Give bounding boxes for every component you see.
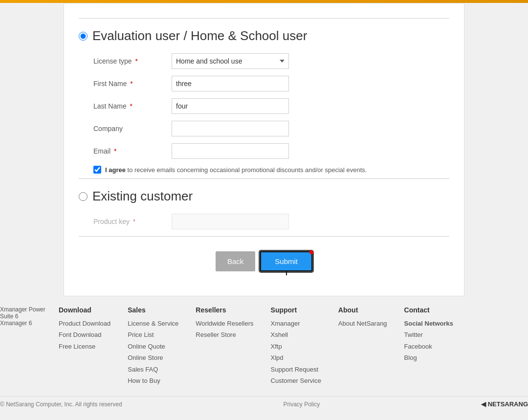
footer-online-quote[interactable]: Online Quote [128,341,178,352]
footer-resellers-heading: Resellers [196,306,253,314]
footer-col-download: Download Product Download Font Download … [59,306,110,386]
footer-blog[interactable]: Blog [404,352,453,363]
back-button[interactable]: Back [216,251,255,271]
footer-reseller-store[interactable]: Reseller Store [196,329,253,340]
company-label: Company [93,125,172,133]
footer-sidebar: Xmanager Power Suite 6 Xmanager 6 [0,306,54,386]
social-networks-label: Social Networks [404,318,453,329]
product-key-input [172,214,289,229]
email-row: Email * [93,143,449,159]
footer-about-netsarang[interactable]: About NetSarang [338,318,387,329]
evaluation-title: Evaluation user / Home & School user [92,28,307,44]
footer-xshell[interactable]: Xshell [271,329,321,340]
first-name-required: * [130,80,132,88]
netsarang-logo: ◀ NETSARANG [481,400,528,408]
footer-customer-service[interactable]: Customer Service [271,375,321,386]
middle-divider [79,178,449,179]
evaluation-section-header: Evaluation user / Home & School user [79,28,449,44]
last-name-label: Last Name * [93,102,172,110]
footer-privacy-link[interactable]: Privacy Policy [283,401,320,408]
first-name-input[interactable] [172,76,289,91]
existing-radio[interactable] [79,192,88,201]
footer-columns: Download Product Download Font Download … [59,306,523,386]
footer-twitter[interactable]: Twitter [404,329,453,340]
button-row: Back Submit [79,251,449,271]
existing-title: Existing customer [92,189,193,204]
footer-xlpd[interactable]: Xlpd [271,352,321,363]
footer-worldwide-resellers[interactable]: Worldwide Resellers [196,318,253,329]
email-input[interactable] [172,143,289,159]
footer-product-download[interactable]: Product Download [59,318,110,329]
footer-product1: Xmanager Power Suite 6 [0,306,54,320]
product-key-required: * [133,218,135,225]
license-type-row: License type * Home and school use Evalu… [93,53,449,69]
footer-inner: Xmanager Power Suite 6 Xmanager 6 Downlo… [0,296,528,391]
email-required: * [114,147,116,155]
footer-xmanager[interactable]: Xmanager [271,318,321,329]
product-key-row: Product key * [93,214,449,229]
footer: Xmanager Power Suite 6 Xmanager 6 Downlo… [0,296,528,412]
footer-col-support: Support Xmanager Xshell Xftp Xlpd Suppor… [271,306,321,386]
bottom-divider [79,236,449,237]
agreement-row: I agree to receive emails concerning occ… [93,166,449,174]
footer-online-store[interactable]: Online Store [128,352,178,363]
submit-button[interactable]: Submit [260,251,312,271]
evaluation-radio[interactable] [79,32,88,41]
last-name-row: Last Name * [93,98,449,114]
top-divider [79,18,449,19]
existing-customer-section: Existing customer Product key * [79,189,449,229]
footer-how-to-buy[interactable]: How to Buy [128,375,178,386]
first-name-row: First Name * [93,76,449,91]
footer-sales-heading: Sales [128,306,178,314]
footer-product2: Xmanager 6 [0,320,54,327]
footer-facebook[interactable]: Facebook [404,341,453,352]
company-input[interactable] [172,121,289,136]
submit-wrapper: Submit [260,251,312,271]
existing-section-header: Existing customer [79,189,449,204]
footer-col-contact: Contact Social Networks Twitter Facebook… [404,306,453,386]
footer-col-resellers: Resellers Worldwide Resellers Reseller S… [196,306,253,386]
last-name-input[interactable] [172,98,289,114]
existing-form: Product key * [93,214,449,229]
license-type-required: * [135,57,138,65]
cursor-indicator [286,270,287,275]
footer-about-heading: About [338,306,387,314]
footer-copyright: © NetSarang Computer, Inc. All rights re… [0,401,122,408]
footer-sales-faq[interactable]: Sales FAQ [128,364,178,375]
last-name-required: * [130,102,132,110]
footer-price-list[interactable]: Price List [128,329,178,340]
email-label: Email * [93,147,172,155]
agreement-text: I agree to receive emails concerning occ… [105,166,367,174]
footer-col-about: About About NetSarang [338,306,387,386]
footer-col-sales: Sales License & Service Price List Onlin… [128,306,178,386]
company-row: Company [93,121,449,136]
footer-license-service[interactable]: License & Service [128,318,178,329]
license-type-select[interactable]: Home and school use Evaluation [172,53,289,69]
footer-support-request[interactable]: Support Request [271,364,321,375]
footer-contact-heading: Contact [404,306,453,314]
license-type-label: License type * [93,57,172,65]
footer-xftp[interactable]: Xftp [271,341,321,352]
footer-support-heading: Support [271,306,321,314]
footer-bottom: © NetSarang Computer, Inc. All rights re… [0,396,528,412]
agreement-checkbox[interactable] [93,166,101,174]
footer-download-heading: Download [59,306,110,314]
product-key-label: Product key * [93,218,172,225]
footer-font-download[interactable]: Font Download [59,329,110,340]
footer-free-license[interactable]: Free License [59,341,110,352]
evaluation-form: License type * Home and school use Evalu… [93,53,449,159]
first-name-label: First Name * [93,80,172,88]
main-content: Evaluation user / Home & School user Lic… [64,3,464,296]
